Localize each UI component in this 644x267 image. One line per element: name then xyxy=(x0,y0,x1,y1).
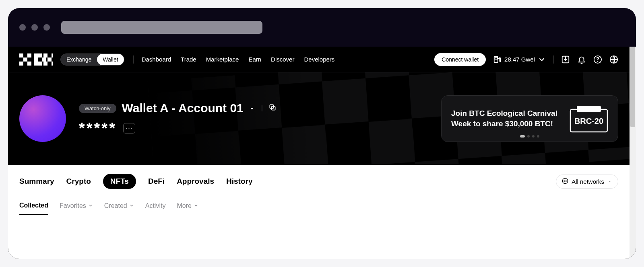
main-nav: Dashboard Trade Marketplace Earn Discove… xyxy=(142,56,335,63)
okx-logo[interactable] xyxy=(19,53,53,66)
nav-trade[interactable]: Trade xyxy=(181,56,196,63)
nav-discover[interactable]: Discover xyxy=(271,56,294,63)
svg-rect-11 xyxy=(52,53,53,58)
subtab-label: Created xyxy=(104,202,127,209)
nav-earn[interactable]: Earn xyxy=(248,56,261,63)
gas-value: 28.47 Gwei xyxy=(504,56,535,63)
chevron-down-icon xyxy=(607,178,612,185)
connect-wallet-button[interactable]: Connect wallet xyxy=(434,53,486,66)
svg-point-18 xyxy=(598,61,598,62)
svg-point-26 xyxy=(564,179,565,180)
network-selector[interactable]: All networks xyxy=(556,175,618,189)
traffic-minimize[interactable] xyxy=(31,24,38,31)
nav-marketplace[interactable]: Marketplace xyxy=(206,56,239,63)
svg-rect-3 xyxy=(19,62,23,66)
account-row: Watch-only Wallet A - Account 01 | xyxy=(79,101,277,115)
subtab-collected[interactable]: Collected xyxy=(19,199,48,215)
tab-defi[interactable]: DeFi xyxy=(148,177,165,186)
subtab-favorites[interactable]: Favorites xyxy=(60,199,93,214)
network-grid-icon xyxy=(562,178,568,185)
promo-text: Join BTC Ecological Carnival Week to sha… xyxy=(451,108,561,129)
account-name-label: Wallet A - Account 01 xyxy=(122,101,244,115)
copy-icon[interactable] xyxy=(268,103,277,113)
scrollbar-thumb[interactable] xyxy=(630,47,635,127)
nav-dashboard[interactable]: Dashboard xyxy=(142,56,171,63)
chevron-down-icon xyxy=(129,202,134,209)
svg-rect-12 xyxy=(43,62,47,66)
svg-text:BRC-20: BRC-20 xyxy=(574,117,603,125)
svg-point-25 xyxy=(562,178,568,183)
mode-wallet-button[interactable]: Wallet xyxy=(97,54,124,65)
traffic-lights xyxy=(19,24,50,31)
tab-history[interactable]: History xyxy=(226,177,252,186)
network-label: All networks xyxy=(572,178,604,185)
tabs: Summary Crypto NFTs DeFi Approvals Histo… xyxy=(19,174,253,189)
topnav-right: Connect wallet 28.47 Gwei xyxy=(434,53,618,66)
mode-toggle: Exchange Wallet xyxy=(60,53,124,66)
chevron-down-icon xyxy=(537,55,546,64)
tab-approvals[interactable]: Approvals xyxy=(177,177,214,186)
tabbar-right: All networks xyxy=(556,175,618,189)
browser-window: Exchange Wallet Dashboard Trade Marketpl… xyxy=(8,8,636,259)
balance-row: ***** ··· xyxy=(79,121,277,136)
promo-badge: BRC-20 xyxy=(570,105,608,133)
scrollbar[interactable] xyxy=(630,47,636,259)
promo-pagination[interactable] xyxy=(520,135,539,138)
tabbar: Summary Crypto NFTs DeFi Approvals Histo… xyxy=(8,165,630,196)
browser-chrome xyxy=(8,8,636,47)
subtab-activity[interactable]: Activity xyxy=(145,199,166,214)
globe-icon[interactable] xyxy=(609,55,618,64)
subtab-label: More xyxy=(177,202,191,209)
tab-crypto[interactable]: Crypto xyxy=(66,177,91,186)
more-actions-button[interactable]: ··· xyxy=(123,123,135,134)
app-content: Exchange Wallet Dashboard Trade Marketpl… xyxy=(8,47,630,259)
svg-rect-2 xyxy=(23,58,27,62)
help-icon[interactable] xyxy=(593,55,602,64)
subtab-label: Favorites xyxy=(60,202,86,209)
svg-point-28 xyxy=(564,181,565,182)
svg-rect-1 xyxy=(27,53,31,58)
promo-card[interactable]: Join BTC Ecological Carnival Week to sha… xyxy=(441,95,618,142)
mode-exchange-button[interactable]: Exchange xyxy=(61,54,97,65)
svg-rect-15 xyxy=(495,57,497,59)
chevron-down-icon xyxy=(248,101,256,115)
svg-rect-7 xyxy=(42,58,46,62)
subtabs-container: Collected Favorites Created Activity Mor… xyxy=(8,196,630,215)
nav-developers[interactable]: Developers xyxy=(304,56,334,63)
tab-nfts[interactable]: NFTs xyxy=(103,174,136,189)
svg-rect-9 xyxy=(47,58,52,62)
traffic-close[interactable] xyxy=(19,24,26,31)
app-frame: Exchange Wallet Dashboard Trade Marketpl… xyxy=(8,47,636,259)
svg-point-27 xyxy=(566,179,566,180)
avatar[interactable] xyxy=(19,95,66,142)
svg-rect-23 xyxy=(577,106,601,112)
svg-rect-10 xyxy=(43,53,47,58)
account-info: Watch-only Wallet A - Account 01 | xyxy=(79,101,277,136)
subtab-more[interactable]: More xyxy=(177,199,198,214)
separator: | xyxy=(261,105,263,112)
svg-rect-6 xyxy=(38,53,42,58)
tab-summary[interactable]: Summary xyxy=(19,177,54,186)
gas-pump-icon xyxy=(493,55,502,64)
nav-separator xyxy=(133,55,134,64)
address-bar[interactable] xyxy=(61,21,262,34)
svg-rect-0 xyxy=(19,53,23,58)
topnav: Exchange Wallet Dashboard Trade Marketpl… xyxy=(8,47,630,72)
account-selector[interactable]: Wallet A - Account 01 xyxy=(122,101,256,115)
svg-rect-5 xyxy=(34,53,38,66)
svg-rect-8 xyxy=(38,62,42,66)
chevron-down-icon xyxy=(194,202,198,209)
content-area xyxy=(8,215,630,259)
chevron-down-icon xyxy=(88,202,93,209)
download-icon[interactable] xyxy=(561,55,570,64)
watch-only-badge: Watch-only xyxy=(79,104,116,113)
bell-icon[interactable] xyxy=(577,55,586,64)
svg-rect-13 xyxy=(52,62,53,66)
traffic-maximize[interactable] xyxy=(43,24,50,31)
svg-rect-4 xyxy=(27,62,31,66)
nav-separator xyxy=(553,55,554,64)
gas-indicator[interactable]: 28.47 Gwei xyxy=(493,55,546,64)
balance-masked: ***** xyxy=(79,121,117,136)
account-hero: Watch-only Wallet A - Account 01 | xyxy=(8,72,630,165)
subtab-created[interactable]: Created xyxy=(104,199,134,214)
